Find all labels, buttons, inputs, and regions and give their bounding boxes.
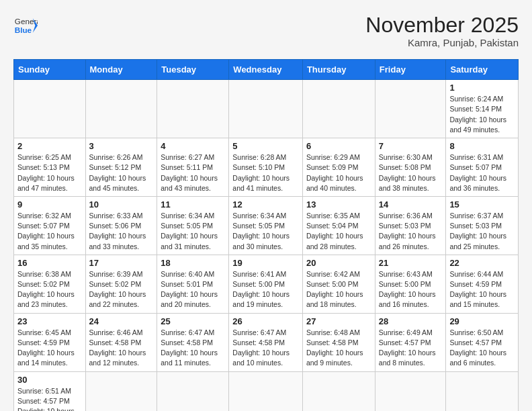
day-info: Sunrise: 6:36 AM Sunset: 5:03 PM Dayligh…	[379, 211, 443, 252]
day-number: 15	[449, 199, 515, 210]
day-number: 20	[306, 258, 371, 268]
calendar-day-cell	[157, 80, 229, 138]
day-number: 19	[232, 258, 299, 268]
day-number: 10	[89, 199, 154, 210]
calendar-day-cell: 18Sunrise: 6:40 AM Sunset: 5:01 PM Dayli…	[157, 255, 229, 313]
calendar-day-cell: 8Sunrise: 6:31 AM Sunset: 5:07 PM Daylig…	[446, 138, 519, 197]
calendar-day-cell	[85, 371, 157, 411]
calendar-day-cell	[14, 80, 86, 138]
calendar-week-row: 9Sunrise: 6:32 AM Sunset: 5:07 PM Daylig…	[14, 196, 519, 255]
calendar-day-cell	[302, 371, 375, 411]
day-number: 13	[306, 199, 371, 210]
day-info: Sunrise: 6:25 AM Sunset: 5:13 PM Dayligh…	[17, 152, 82, 193]
calendar-day-cell: 4Sunrise: 6:27 AM Sunset: 5:11 PM Daylig…	[157, 138, 229, 197]
weekday-header-monday: Monday	[85, 60, 157, 80]
day-number: 5	[232, 141, 299, 151]
calendar-day-cell: 20Sunrise: 6:42 AM Sunset: 5:00 PM Dayli…	[302, 255, 375, 313]
day-info: Sunrise: 6:34 AM Sunset: 5:05 PM Dayligh…	[161, 211, 225, 252]
calendar-day-cell: 24Sunrise: 6:46 AM Sunset: 4:58 PM Dayli…	[85, 313, 157, 371]
weekday-header-sunday: Sunday	[14, 60, 86, 80]
calendar-day-cell	[157, 371, 229, 411]
day-number: 22	[449, 258, 515, 268]
day-number: 27	[306, 316, 371, 326]
calendar-day-cell	[85, 80, 157, 138]
day-number: 9	[17, 199, 82, 210]
calendar-day-cell	[229, 80, 303, 138]
day-number: 6	[306, 141, 371, 151]
day-info: Sunrise: 6:38 AM Sunset: 5:02 PM Dayligh…	[17, 269, 82, 310]
logo-icon: General Blue	[13, 13, 38, 38]
day-number: 1	[449, 83, 515, 93]
calendar-day-cell: 16Sunrise: 6:38 AM Sunset: 5:02 PM Dayli…	[14, 255, 86, 313]
calendar-day-cell: 26Sunrise: 6:47 AM Sunset: 4:58 PM Dayli…	[229, 313, 303, 371]
weekday-header-thursday: Thursday	[302, 60, 375, 80]
day-info: Sunrise: 6:41 AM Sunset: 5:00 PM Dayligh…	[232, 269, 299, 310]
weekday-header-saturday: Saturday	[446, 60, 519, 80]
day-info: Sunrise: 6:42 AM Sunset: 5:00 PM Dayligh…	[306, 269, 371, 310]
calendar-day-cell: 6Sunrise: 6:29 AM Sunset: 5:09 PM Daylig…	[302, 138, 375, 197]
calendar-day-cell: 27Sunrise: 6:48 AM Sunset: 4:58 PM Dayli…	[302, 313, 375, 371]
calendar-day-cell: 29Sunrise: 6:50 AM Sunset: 4:57 PM Dayli…	[446, 313, 519, 371]
day-info: Sunrise: 6:29 AM Sunset: 5:09 PM Dayligh…	[306, 152, 371, 193]
day-info: Sunrise: 6:27 AM Sunset: 5:11 PM Dayligh…	[161, 152, 225, 193]
calendar-day-cell: 5Sunrise: 6:28 AM Sunset: 5:10 PM Daylig…	[229, 138, 303, 197]
day-number: 23	[17, 316, 82, 326]
calendar-day-cell: 23Sunrise: 6:45 AM Sunset: 4:59 PM Dayli…	[14, 313, 86, 371]
calendar-day-cell: 1Sunrise: 6:24 AM Sunset: 5:14 PM Daylig…	[446, 80, 519, 138]
calendar-day-cell: 28Sunrise: 6:49 AM Sunset: 4:57 PM Dayli…	[375, 313, 446, 371]
calendar-day-cell: 7Sunrise: 6:30 AM Sunset: 5:08 PM Daylig…	[375, 138, 446, 197]
day-number: 24	[89, 316, 154, 326]
day-info: Sunrise: 6:32 AM Sunset: 5:07 PM Dayligh…	[17, 211, 82, 252]
day-info: Sunrise: 6:39 AM Sunset: 5:02 PM Dayligh…	[89, 269, 154, 310]
day-number: 16	[17, 258, 82, 268]
day-info: Sunrise: 6:31 AM Sunset: 5:07 PM Dayligh…	[449, 152, 515, 193]
day-number: 17	[89, 258, 154, 268]
calendar-day-cell: 9Sunrise: 6:32 AM Sunset: 5:07 PM Daylig…	[14, 196, 86, 255]
day-number: 30	[17, 375, 82, 385]
month-title: November 2025	[365, 13, 519, 37]
day-info: Sunrise: 6:28 AM Sunset: 5:10 PM Dayligh…	[232, 152, 299, 193]
logo: General Blue	[13, 13, 38, 38]
title-block: November 2025 Kamra, Punjab, Pakistan	[365, 13, 519, 48]
day-number: 14	[379, 199, 443, 210]
calendar-day-cell: 30Sunrise: 6:51 AM Sunset: 4:57 PM Dayli…	[14, 371, 86, 411]
day-number: 28	[379, 316, 443, 326]
day-number: 29	[449, 316, 515, 326]
day-info: Sunrise: 6:44 AM Sunset: 4:59 PM Dayligh…	[449, 269, 515, 310]
day-info: Sunrise: 6:47 AM Sunset: 4:58 PM Dayligh…	[232, 328, 299, 369]
day-number: 3	[89, 141, 154, 151]
calendar-day-cell: 22Sunrise: 6:44 AM Sunset: 4:59 PM Dayli…	[446, 255, 519, 313]
weekday-header-tuesday: Tuesday	[157, 60, 229, 80]
calendar-day-cell	[302, 80, 375, 138]
day-number: 21	[379, 258, 443, 268]
day-info: Sunrise: 6:46 AM Sunset: 4:58 PM Dayligh…	[89, 328, 154, 369]
calendar-day-cell: 2Sunrise: 6:25 AM Sunset: 5:13 PM Daylig…	[14, 138, 86, 197]
day-number: 26	[232, 316, 299, 326]
page-header: General Blue November 2025 Kamra, Punjab…	[13, 13, 519, 48]
day-number: 8	[449, 141, 515, 151]
calendar-day-cell: 11Sunrise: 6:34 AM Sunset: 5:05 PM Dayli…	[157, 196, 229, 255]
calendar-week-row: 16Sunrise: 6:38 AM Sunset: 5:02 PM Dayli…	[14, 255, 519, 313]
calendar-day-cell: 21Sunrise: 6:43 AM Sunset: 5:00 PM Dayli…	[375, 255, 446, 313]
day-info: Sunrise: 6:33 AM Sunset: 5:06 PM Dayligh…	[89, 211, 154, 252]
day-number: 7	[379, 141, 443, 151]
calendar-day-cell: 25Sunrise: 6:47 AM Sunset: 4:58 PM Dayli…	[157, 313, 229, 371]
calendar-day-cell: 14Sunrise: 6:36 AM Sunset: 5:03 PM Dayli…	[375, 196, 446, 255]
day-info: Sunrise: 6:50 AM Sunset: 4:57 PM Dayligh…	[449, 328, 515, 369]
weekday-header-row: SundayMondayTuesdayWednesdayThursdayFrid…	[14, 60, 519, 80]
calendar-day-cell: 12Sunrise: 6:34 AM Sunset: 5:05 PM Dayli…	[229, 196, 303, 255]
day-info: Sunrise: 6:49 AM Sunset: 4:57 PM Dayligh…	[379, 328, 443, 369]
calendar-day-cell: 19Sunrise: 6:41 AM Sunset: 5:00 PM Dayli…	[229, 255, 303, 313]
day-info: Sunrise: 6:43 AM Sunset: 5:00 PM Dayligh…	[379, 269, 443, 310]
day-number: 2	[17, 141, 82, 151]
day-info: Sunrise: 6:48 AM Sunset: 4:58 PM Dayligh…	[306, 328, 371, 369]
calendar-day-cell: 13Sunrise: 6:35 AM Sunset: 5:04 PM Dayli…	[302, 196, 375, 255]
calendar-week-row: 23Sunrise: 6:45 AM Sunset: 4:59 PM Dayli…	[14, 313, 519, 371]
calendar-day-cell: 15Sunrise: 6:37 AM Sunset: 5:03 PM Dayli…	[446, 196, 519, 255]
calendar-day-cell: 10Sunrise: 6:33 AM Sunset: 5:06 PM Dayli…	[85, 196, 157, 255]
day-info: Sunrise: 6:45 AM Sunset: 4:59 PM Dayligh…	[17, 328, 82, 369]
day-info: Sunrise: 6:37 AM Sunset: 5:03 PM Dayligh…	[449, 211, 515, 252]
day-info: Sunrise: 6:40 AM Sunset: 5:01 PM Dayligh…	[161, 269, 225, 310]
day-info: Sunrise: 6:26 AM Sunset: 5:12 PM Dayligh…	[89, 152, 154, 193]
day-info: Sunrise: 6:24 AM Sunset: 5:14 PM Dayligh…	[449, 94, 515, 135]
